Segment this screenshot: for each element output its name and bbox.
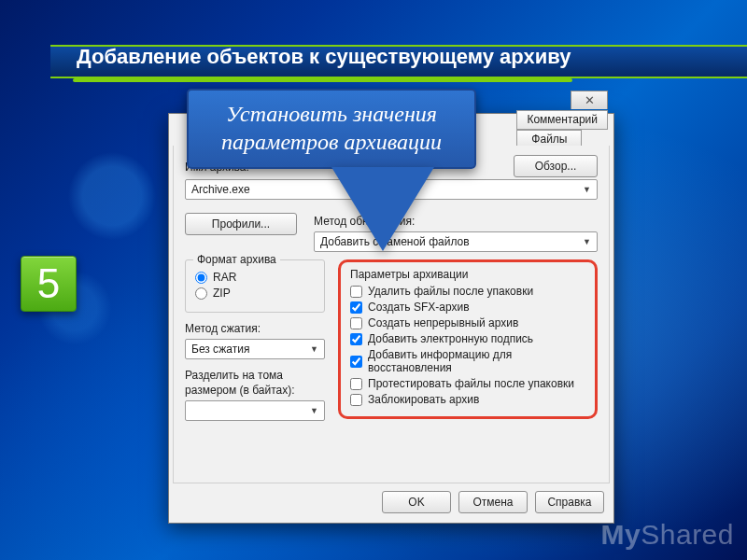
callout-box: Установить значения параметров архивации <box>187 89 476 169</box>
param-check-label-1: Создать SFX-архив <box>368 301 470 314</box>
params-highlight: Параметры архивации Удалить файлы после … <box>338 259 598 419</box>
format-groupbox: Формат архива RAR ZIP <box>185 259 325 313</box>
step-number-badge: 5 <box>21 256 77 312</box>
watermark: MyShared <box>601 519 734 551</box>
param-check-3[interactable]: Добавить электронную подпись <box>350 332 585 345</box>
chevron-down-icon: ▼ <box>310 344 318 354</box>
params-groupbox: Параметры архивации Удалить файлы после … <box>350 268 585 406</box>
param-check-label-4: Добавить информацию для восстановления <box>368 348 585 374</box>
param-check-0[interactable]: Удалить файлы после упаковки <box>350 285 585 298</box>
params-legend: Параметры архивации <box>350 268 585 281</box>
tab-comment[interactable]: Комментарий <box>516 110 608 130</box>
param-check-4[interactable]: Добавить информацию для восстановления <box>350 348 585 374</box>
chevron-down-icon: ▼ <box>583 237 591 246</box>
param-check-input-4[interactable] <box>350 356 362 368</box>
compression-select[interactable]: Без сжатия ▼ <box>185 339 325 359</box>
watermark-rest: Shared <box>641 519 734 550</box>
split-size-select[interactable]: ▼ <box>185 400 325 421</box>
callout-line2: параметров архивации <box>202 128 461 156</box>
instruction-callout: Установить значения параметров архивации <box>187 89 476 253</box>
chevron-down-icon: ▼ <box>310 406 318 415</box>
tab-strip: Комментарий Файлы <box>517 110 608 149</box>
param-check-input-3[interactable] <box>350 333 362 345</box>
browse-button[interactable]: Обзор... <box>514 155 598 177</box>
format-zip-label: ZIP <box>213 287 231 300</box>
param-check-input-6[interactable] <box>350 394 362 406</box>
cancel-button[interactable]: Отмена <box>458 491 528 513</box>
param-check-1[interactable]: Создать SFX-архив <box>350 301 585 314</box>
slide-title: Добавление объектов к существующему архи… <box>77 45 571 73</box>
slide-title-bar: Добавление объектов к существующему архи… <box>50 35 747 82</box>
param-check-input-0[interactable] <box>350 286 362 298</box>
param-check-input-5[interactable] <box>350 378 362 390</box>
format-legend: Формат архива <box>193 253 280 266</box>
watermark-bold: My <box>601 519 641 550</box>
callout-line1: Установить значения <box>202 100 461 128</box>
close-button[interactable]: ✕ <box>571 91 608 109</box>
dialog-button-row: OK Отмена Справка <box>382 491 604 513</box>
param-check-input-2[interactable] <box>350 317 362 329</box>
param-check-6[interactable]: Заблокировать архив <box>350 393 585 406</box>
title-underline <box>73 78 572 82</box>
compression-value: Без сжатия <box>191 343 249 356</box>
chevron-down-icon: ▼ <box>583 185 591 194</box>
compression-label: Метод сжатия: <box>185 322 325 335</box>
param-check-input-1[interactable] <box>350 301 362 314</box>
callout-arrow-icon <box>331 167 434 251</box>
format-rar-input[interactable] <box>195 272 207 284</box>
param-check-label-2: Создать непрерывный архив <box>368 316 518 329</box>
format-rar-label: RAR <box>213 271 236 284</box>
param-check-label-5: Протестировать файлы после упаковки <box>368 377 574 390</box>
format-zip-input[interactable] <box>195 287 207 300</box>
format-zip-radio[interactable]: ZIP <box>195 287 315 300</box>
close-icon: ✕ <box>585 93 595 107</box>
param-check-5[interactable]: Протестировать файлы после упаковки <box>350 377 585 390</box>
param-check-2[interactable]: Создать непрерывный архив <box>350 316 585 329</box>
split-label-1: Разделить на тома <box>185 369 325 382</box>
param-check-label-3: Добавить электронную подпись <box>368 332 533 345</box>
ok-button[interactable]: OK <box>382 491 451 513</box>
param-check-label-6: Заблокировать архив <box>368 393 479 406</box>
split-label-2: размером (в байтах): <box>185 384 325 397</box>
format-rar-radio[interactable]: RAR <box>195 271 315 284</box>
help-button[interactable]: Справка <box>535 491 604 513</box>
param-check-label-0: Удалить файлы после упаковки <box>368 285 533 298</box>
